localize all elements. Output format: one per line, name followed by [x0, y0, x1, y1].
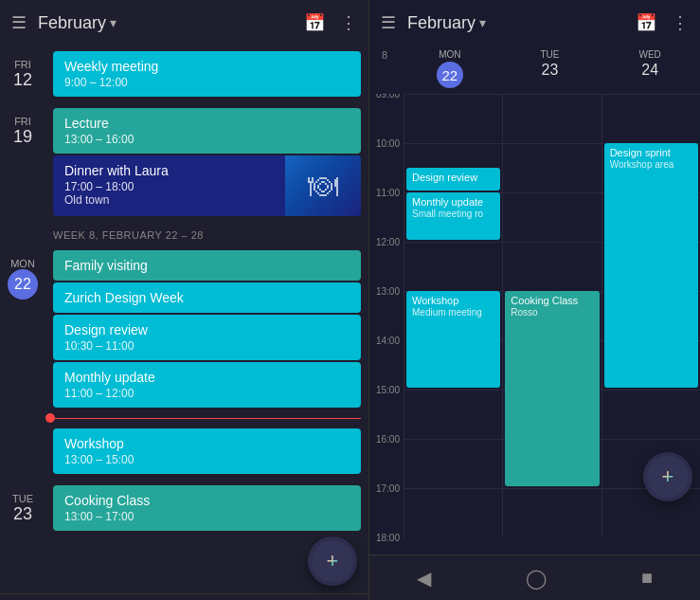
right-month-label: February: [407, 13, 476, 33]
hour-line: [404, 439, 502, 440]
right-hamburger-icon[interactable]: ☰: [381, 12, 396, 33]
cal-event-2[interactable]: WorkshopMedium meeting: [406, 291, 500, 388]
cal-header-row: 8 MON 22 TUE 23 WED 24: [369, 45, 700, 94]
cal-event-1[interactable]: Monthly updateSmall meeting ro: [406, 192, 500, 240]
event-design-review[interactable]: Design review 10:30 – 11:00: [53, 315, 361, 360]
cal-event-3[interactable]: Cooking ClassRosso: [505, 291, 599, 486]
right-recents-nav-icon[interactable]: ■: [641, 567, 653, 589]
cal-event-0[interactable]: Design review: [406, 168, 500, 191]
time-label-1600: 16:00: [376, 434, 400, 445]
event-cooking-class[interactable]: Cooking Class 13:00 – 17:00: [53, 485, 361, 531]
right-dropdown-icon[interactable]: ▾: [479, 15, 486, 30]
left-month-title[interactable]: February ▾: [38, 13, 117, 33]
left-bottom-nav: ◀ ◯ ■: [0, 593, 368, 600]
add-event-fab[interactable]: +: [308, 536, 357, 586]
cal-event-title: Design sprint: [610, 147, 692, 158]
hour-line: [503, 242, 601, 243]
cal-event-title: Cooking Class: [511, 295, 593, 306]
cal-day-mon: Design reviewMonthly updateSmall meeting…: [404, 94, 502, 537]
right-calendar-icon[interactable]: 📅: [636, 12, 656, 33]
hour-line: [404, 143, 502, 144]
hour-line: [503, 488, 601, 489]
now-dot: [45, 413, 55, 423]
time-label-1700: 17:00: [376, 483, 400, 494]
more-options-icon[interactable]: ⋮: [340, 12, 357, 33]
day-row-mon22: MON 22 Family visiting Zurich Design Wee…: [0, 245, 368, 480]
cal-col-tue: TUE 23: [500, 45, 601, 94]
day-events-fri19: Lecture 13:00 – 16:00 Dinner with Laura …: [45, 106, 368, 218]
day-row-fri19: FRI 19 Lecture 13:00 – 16:00 Dinner with…: [0, 102, 368, 222]
cal-event-sub: Small meeting ro: [412, 209, 494, 219]
plus-icon: +: [327, 551, 339, 572]
hour-line: [404, 390, 502, 391]
right-home-nav-icon[interactable]: ◯: [526, 567, 547, 590]
day-row-tue23: TUE 23 Cooking Class 13:00 – 17:00: [0, 480, 368, 536]
time-label-1800: 18:00: [376, 533, 400, 543]
hour-line: [503, 143, 601, 144]
cal-event-sub: Rosso: [511, 307, 593, 318]
hour-line: [503, 94, 601, 95]
dropdown-icon[interactable]: ▾: [110, 15, 117, 30]
event-weekly-meeting[interactable]: Weekly meeting 9:00 – 12:00: [53, 51, 361, 97]
day-events-mon22: Family visiting Zurich Design Week Desig…: [45, 248, 368, 476]
time-label-1300: 13:00: [376, 286, 400, 297]
week-number: 8: [369, 45, 400, 94]
hamburger-icon[interactable]: ☰: [11, 12, 27, 33]
right-bottom-nav: ◀ ◯ ■: [369, 555, 700, 600]
hour-line: [602, 94, 700, 95]
cal-event-sub: Workshop area: [610, 159, 692, 170]
hour-line: [602, 439, 700, 440]
time-label-1500: 15:00: [376, 385, 400, 395]
cal-event-4[interactable]: Design sprintWorkshop area: [604, 143, 698, 388]
day-row-fri12: FRI 12 Weekly meeting 9:00 – 12:00: [0, 45, 368, 102]
hour-line: [602, 390, 700, 391]
right-add-event-fab[interactable]: +: [643, 452, 692, 501]
left-header: ☰ February ▾ 📅 ⋮: [0, 0, 368, 45]
cal-event-title: Design review: [412, 172, 494, 183]
event-workshop[interactable]: Workshop 13:00 – 15:00: [53, 428, 361, 474]
hour-line: [404, 488, 502, 489]
cal-time-col: 09:0010:0011:0012:0013:0014:0015:0016:00…: [369, 94, 404, 555]
left-month-label: February: [38, 13, 106, 33]
cal-event-sub: Medium meeting: [412, 307, 494, 318]
cal-col-wed: WED 24: [600, 45, 700, 94]
hour-line: [404, 242, 502, 243]
cal-col-mon: MON 22: [400, 45, 500, 94]
day-events-tue23: Cooking Class 13:00 – 17:00: [45, 483, 368, 533]
week-header: WEEK 8, FEBRUARY 22 – 28: [0, 222, 368, 245]
time-label-0900: 09:00: [376, 94, 400, 100]
event-zurich-design-week[interactable]: Zurich Design Week: [53, 282, 361, 313]
dinner-image: 🍽: [308, 169, 338, 204]
events-list: FRI 12 Weekly meeting 9:00 – 12:00 FRI 1…: [0, 45, 368, 593]
cal-grid: 09:0010:0011:0012:0013:0014:0015:0016:00…: [369, 94, 700, 555]
now-line: [55, 418, 361, 419]
time-label-1400: 14:00: [376, 336, 400, 346]
time-label-1100: 11:00: [376, 188, 400, 198]
day-label-tue23: TUE 23: [0, 483, 45, 524]
event-family-visiting[interactable]: Family visiting: [53, 250, 361, 281]
day-events-fri12: Weekly meeting 9:00 – 12:00: [45, 49, 368, 99]
event-lecture[interactable]: Lecture 13:00 – 16:00: [53, 108, 361, 154]
day-label-fri12: FRI 12: [0, 49, 45, 90]
time-label-1000: 10:00: [376, 138, 400, 149]
day-label-mon22: MON 22: [0, 248, 45, 300]
cal-event-title: Monthly update: [412, 196, 494, 208]
left-panel: ☰ February ▾ 📅 ⋮ FRI 12 Weekly meeting: [0, 0, 369, 600]
event-dinner-with-laura[interactable]: Dinner with Laura 17:00 – 18:00 Old town…: [53, 155, 361, 216]
right-back-nav-icon[interactable]: ◀: [417, 567, 431, 590]
event-monthly-update[interactable]: Monthly update 11:00 – 12:00: [53, 362, 361, 408]
right-header: ☰ February ▾ 📅 ⋮: [369, 0, 700, 45]
time-label-1200: 12:00: [376, 237, 400, 247]
right-panel: ☰ February ▾ 📅 ⋮ 8 MON 22 TUE 23 WED 24: [369, 0, 700, 600]
cal-event-title: Workshop: [412, 295, 494, 306]
right-plus-icon: +: [662, 466, 674, 487]
hour-line: [404, 94, 502, 95]
calendar-view-icon[interactable]: 📅: [304, 12, 325, 33]
now-indicator: [45, 409, 368, 427]
hour-line: [503, 192, 601, 193]
right-month-title[interactable]: February ▾: [407, 13, 486, 33]
day-label-fri19: FRI 19: [0, 106, 45, 147]
right-more-icon[interactable]: ⋮: [672, 12, 689, 33]
cal-day-tue: Cooking ClassRosso: [502, 94, 601, 537]
